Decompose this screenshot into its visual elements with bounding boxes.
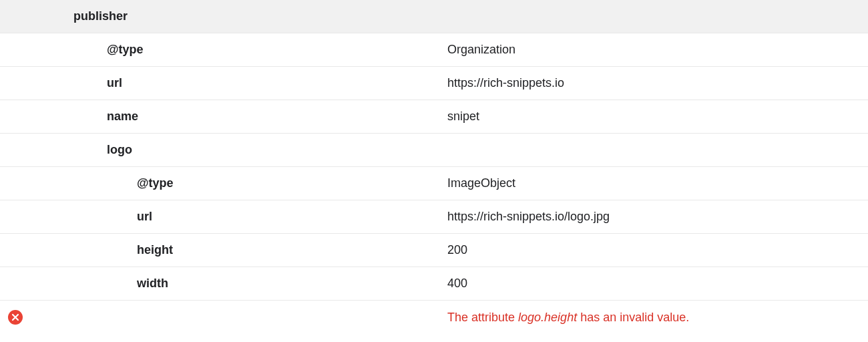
property-value: ImageObject [447, 176, 868, 190]
property-key: publisher [30, 9, 447, 23]
property-key: @type [30, 43, 447, 57]
property-key: logo [30, 143, 447, 157]
property-value: https://rich-snippets.io [447, 76, 868, 90]
property-value: 200 [447, 243, 868, 257]
property-key: url [30, 210, 447, 224]
error-icon [8, 310, 23, 325]
table-row-error: The attribute logo.height has an invalid… [0, 301, 868, 334]
table-row: height 200 [0, 234, 868, 267]
property-key: width [30, 277, 447, 291]
table-row: url https://rich-snippets.io/logo.jpg [0, 200, 868, 234]
property-key: @type [30, 176, 447, 190]
table-row: name snipet [0, 100, 868, 134]
property-value: 400 [447, 277, 868, 291]
property-key: name [30, 110, 447, 124]
error-message: The attribute logo.height has an invalid… [447, 311, 868, 325]
table-row: url https://rich-snippets.io [0, 67, 868, 100]
property-key: height [30, 243, 447, 257]
table-row: width 400 [0, 267, 868, 301]
property-key: url [30, 76, 447, 90]
structured-data-table: publisher @type Organization url https:/… [0, 0, 868, 334]
property-value: https://rich-snippets.io/logo.jpg [447, 210, 868, 224]
table-row: @type Organization [0, 33, 868, 67]
table-row-publisher: publisher [0, 0, 868, 33]
property-value: Organization [447, 43, 868, 57]
table-row: @type ImageObject [0, 167, 868, 200]
table-row-logo: logo [0, 134, 868, 167]
property-value: snipet [447, 110, 868, 124]
